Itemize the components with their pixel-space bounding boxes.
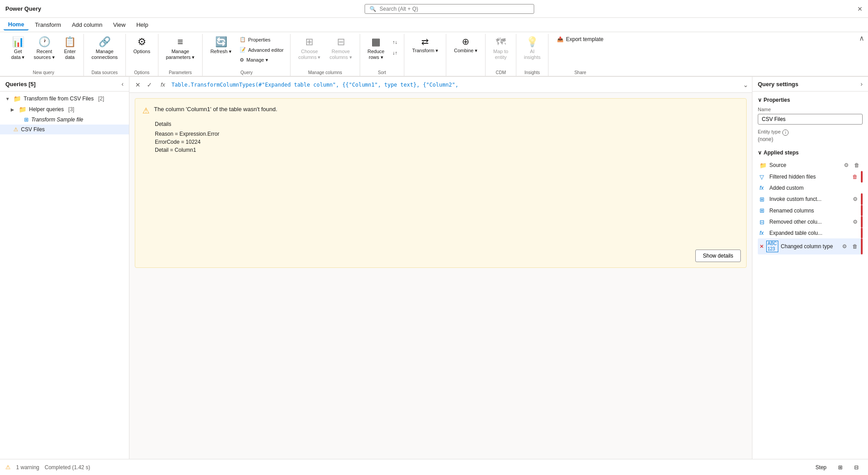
advanced-editor-button[interactable]: 📝 Advanced editor [237,45,287,54]
get-data-icon: 📊 [12,36,24,48]
search-box[interactable]: 🔍 [365,4,534,14]
step-expanded-label: Expanded table colu... [769,230,859,236]
refresh-icon: 🔄 [215,36,227,48]
get-data-button[interactable]: 📊 Getdata ▾ [7,34,29,62]
step-expanded-error-bar [861,228,863,238]
formula-input[interactable] [171,82,739,88]
step-changed-type[interactable]: ✕ ABC123 Changed column type ⚙ 🗑 [758,238,861,254]
sort-az-button[interactable]: ↑↓ [389,38,400,46]
step-removed-settings-icon[interactable]: ⚙ [851,218,859,225]
map-to-entity-button[interactable]: 🗺 Map toentity [489,34,512,62]
error-header: ⚠ The column 'Column1' of the table wasn… [142,106,739,116]
step-source-row: 📁 Source ⚙ 🗑 [758,159,863,171]
manage-connections-button[interactable]: 🔗 Manageconnections [87,34,122,62]
folder-closed-icon: 📁 [19,106,26,113]
formula-confirm-button[interactable]: ✓ [145,80,154,90]
step-source-settings-icon[interactable]: ⚙ [843,162,850,169]
error-details: Details Reason = Expression.Error ErrorC… [142,121,739,154]
step-changed-delete-icon[interactable]: 🗑 [851,243,859,250]
sidebar-item-csv-files[interactable]: ⚠ CSV Files [0,125,129,134]
step-source-icon: 📁 [760,162,767,169]
entity-type-info-icon[interactable]: i [782,129,789,136]
manage-connections-label: Manageconnections [91,49,118,60]
expand-icon-helper: ▶ [11,107,16,112]
sidebar-item-transform-group[interactable]: ▼ 📁 Transform file from CSV Files [2] [0,93,129,104]
step-source-delete-icon[interactable]: 🗑 [853,162,861,169]
properties-button[interactable]: 📋 Properties [237,35,287,44]
manage-parameters-button[interactable]: ≡ Manageparameters ▾ [162,34,199,62]
menu-add-column[interactable]: Add column [67,20,107,30]
step-renamed-icon: ⊞ [760,207,767,214]
query-tree: ▼ 📁 Transform file from CSV Files [2] ▶ … [0,92,129,459]
manage-button[interactable]: ⚙ Manage ▾ [237,55,287,65]
grid-view-button[interactable]: ⊞ [834,462,847,472]
step-source[interactable]: 📁 Source ⚙ 🗑 [758,159,863,171]
step-removed-other[interactable]: ⊟ Removed other colu... ⚙ [758,216,861,228]
recent-sources-button[interactable]: 🕐 Recentsources ▾ [29,34,59,62]
step-added-custom[interactable]: fx Added custom [758,183,863,193]
sidebar-item-transform-sample[interactable]: ⊞ Transform Sample file [0,115,129,125]
step-filtered-row: ▽ Filtered hidden files 🗑 [758,171,863,183]
step-invoke-settings-icon[interactable]: ⚙ [851,196,859,203]
sidebar-toggle-button[interactable]: ‹ [121,80,124,88]
menu-transform[interactable]: Transform [30,20,66,30]
sidebar: Queries [5] ‹ ▼ 📁 Transform file from CS… [0,77,129,459]
advanced-editor-label: Advanced editor [248,47,284,53]
choose-columns-icon: ⊞ [305,36,313,48]
step-expanded-table[interactable]: fx Expanded table colu... [758,228,861,238]
choose-columns-button[interactable]: ⊞ Choosecolumns ▾ [294,34,324,62]
ribbon-buttons-manage-columns: ⊞ Choosecolumns ▾ ⊟ Removecolumns ▾ [294,34,356,70]
combine-button[interactable]: ⊕ Combine ▾ [450,34,482,56]
step-filtered-delete-icon[interactable]: 🗑 [851,173,859,180]
status-warning-icon: ⚠ [5,464,11,471]
show-details-button[interactable]: Show details [695,250,741,262]
step-renamed-row: ⊞ Renamed columns [758,205,863,216]
transform-button[interactable]: ⇄ Transform ▾ [408,34,442,56]
name-input[interactable] [758,114,863,125]
advanced-editor-icon: 📝 [240,47,246,53]
enter-data-button[interactable]: 📋 Enterdata [60,34,80,62]
combine-icon: ⊕ [462,36,469,47]
ribbon-buttons-data-sources: 🔗 Manageconnections [87,34,122,70]
step-filtered-hidden[interactable]: ▽ Filtered hidden files 🗑 [758,171,861,183]
error-detail-reason: Reason = Expression.Error [155,130,739,138]
refresh-button[interactable]: 🔄 Refresh ▾ [206,34,236,57]
export-template-button[interactable]: 📤 Export template [552,34,608,45]
menu-help[interactable]: Help [132,20,153,30]
search-input[interactable] [380,6,529,12]
menu-view[interactable]: View [109,20,130,30]
formula-fx-label: fx [158,81,168,88]
reduce-rows-label: Reducerows ▾ [368,49,385,60]
transform-icon: ⇄ [421,36,429,47]
query-settings-expand-button[interactable]: › [860,80,863,88]
ribbon-group-cdm: 🗺 Map toentity CDM [486,34,516,76]
query-settings-header: Query settings › [752,77,868,92]
ai-insights-button[interactable]: 💡 AIinsights [520,34,544,62]
manage-connections-icon: 🔗 [99,36,111,48]
close-button[interactable]: ✕ [857,5,863,12]
map-to-entity-icon: 🗺 [496,36,506,48]
sidebar-item-helper-queries[interactable]: ▶ 📁 Helper queries [3] [0,104,129,115]
formula-cancel-button[interactable]: ✕ [133,80,143,90]
step-invoke-custom[interactable]: ⊞ Invoke custom funct... ⚙ [758,193,861,205]
step-view-button[interactable]: Step [811,462,831,472]
step-added-custom-row: fx Added custom [758,183,863,193]
reduce-rows-button[interactable]: ▦ Reducerows ▾ [364,34,389,62]
sidebar-header: Queries [5] ‹ [0,77,129,92]
step-renamed-columns[interactable]: ⊞ Renamed columns [758,205,861,216]
menu-home[interactable]: Home [4,19,29,30]
error-title: The column 'Column1' of the table wasn't… [154,106,277,112]
step-expanded-icon: fx [760,230,767,236]
new-query-label: New query [33,70,54,76]
export-template-icon: 📤 [557,36,564,42]
remove-columns-button[interactable]: ⊟ Removecolumns ▾ [326,34,356,62]
applied-steps-title: ∨ Applied steps [758,150,863,156]
table-view-button[interactable]: ⊟ [850,462,863,472]
formula-expand-button[interactable]: ⌄ [743,81,748,88]
properties-section-title: ∨ Properties [758,97,863,103]
sort-za-button[interactable]: ↓↑ [389,48,400,57]
options-button[interactable]: ⚙ Options [129,34,154,57]
ribbon-collapse-button[interactable]: ∧ [859,34,864,42]
step-changed-settings-icon[interactable]: ⚙ [841,243,848,250]
ribbon-group-manage-columns: ⊞ Choosecolumns ▾ ⊟ Removecolumns ▾ Mana… [291,34,360,76]
